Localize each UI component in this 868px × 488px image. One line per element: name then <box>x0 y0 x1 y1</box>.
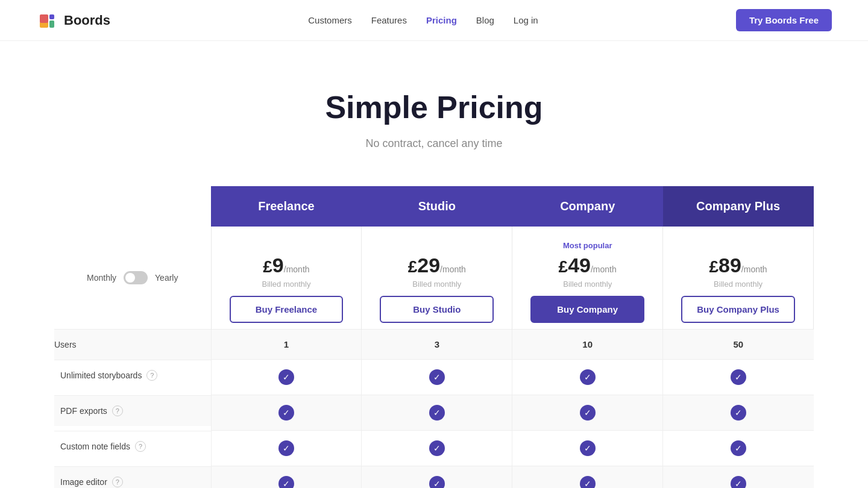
notes-label: Custom note fields ? <box>54 431 211 461</box>
image-editor-label: Image editor ? <box>54 466 211 489</box>
svg-rect-4 <box>49 20 54 28</box>
try-free-button[interactable]: Try Boords Free <box>736 9 832 31</box>
billing-toggle[interactable] <box>124 271 148 284</box>
hero-section: Simple Pricing No contract, cancel any t… <box>0 41 868 186</box>
check-icon: ✓ <box>429 440 445 456</box>
feature-row-notes: Custom note fields ? ✓ ✓ ✓ ✓ <box>54 431 814 466</box>
svg-rect-2 <box>40 14 48 23</box>
feature-row-image-editor: Image editor ? ✓ ✓ ✓ ✓ <box>54 466 814 489</box>
monthly-label: Monthly <box>87 273 116 283</box>
check-icon: ✓ <box>429 405 445 421</box>
check-icon: ✓ <box>278 476 294 488</box>
nav-features[interactable]: Features <box>371 15 407 25</box>
pricing-table: Freelance Studio Company Company Plus Mo… <box>54 186 814 488</box>
company-notes: ✓ <box>512 431 663 466</box>
freelance-users: 1 <box>211 330 362 360</box>
buy-company-button[interactable]: Buy Company <box>530 296 644 323</box>
freelance-image-editor: ✓ <box>211 466 362 489</box>
studio-storyboards: ✓ <box>362 360 512 395</box>
nav-login[interactable]: Log in <box>514 15 538 25</box>
studio-image-editor: ✓ <box>362 466 512 489</box>
check-icon: ✓ <box>731 405 746 421</box>
company-price-cell: Most popular £49/month Billed monthly Bu… <box>512 227 663 330</box>
company-plus-image-editor: ✓ <box>663 466 814 489</box>
plan-header-row: Freelance Studio Company Company Plus <box>54 186 814 227</box>
studio-users: 3 <box>362 330 512 360</box>
pdf-info-icon[interactable]: ? <box>112 405 123 416</box>
check-icon: ✓ <box>429 369 445 385</box>
studio-notes: ✓ <box>362 431 512 466</box>
logo-icon <box>36 10 58 31</box>
nav-links: Customers Features Pricing Blog Log in <box>308 15 538 26</box>
storyboards-info-icon[interactable]: ? <box>146 370 157 381</box>
check-icon: ✓ <box>580 440 596 456</box>
studio-price-cell: placeholder £29/month Billed monthly Buy… <box>362 227 512 330</box>
users-feature-row: Users 1 3 10 50 <box>54 330 814 360</box>
freelance-notes: ✓ <box>211 431 362 466</box>
company-plus-price-cell: placeholder £89/month Billed monthly Buy… <box>663 227 814 330</box>
storyboards-label: Unlimited storyboards ? <box>54 360 211 390</box>
company-billed: Billed monthly <box>518 280 656 289</box>
navbar: Boords Customers Features Pricing Blog L… <box>0 0 868 41</box>
company-plus-pdf: ✓ <box>663 395 814 431</box>
studio-pdf: ✓ <box>362 395 512 431</box>
freelance-price-cell: placeholder £9/month Billed monthly Buy … <box>211 227 362 330</box>
nav-blog[interactable]: Blog <box>476 15 494 25</box>
buy-freelance-button[interactable]: Buy Freelance <box>230 296 344 323</box>
yearly-label: Yearly <box>155 273 178 283</box>
users-label: Users <box>54 330 211 360</box>
studio-billed: Billed monthly <box>368 280 506 289</box>
check-icon: ✓ <box>278 369 294 385</box>
nav-pricing[interactable]: Pricing <box>426 15 457 25</box>
plan-header-freelance: Freelance <box>211 186 362 227</box>
buy-studio-button[interactable]: Buy Studio <box>380 296 494 323</box>
svg-rect-3 <box>49 14 54 19</box>
company-popular: Most popular <box>518 241 656 250</box>
logo[interactable]: Boords <box>36 10 110 31</box>
nav-right: Try Boords Free <box>736 9 832 31</box>
check-icon: ✓ <box>731 476 746 488</box>
check-icon: ✓ <box>580 369 596 385</box>
studio-price-amount: £29/month <box>368 254 506 277</box>
company-users: 10 <box>512 330 663 360</box>
freelance-price-amount: £9/month <box>218 254 356 277</box>
company-plus-users: 50 <box>663 330 814 360</box>
feature-row-storyboards: Unlimited storyboards ? ✓ ✓ ✓ ✓ <box>54 360 814 395</box>
feature-row-pdf: PDF exports ? ✓ ✓ ✓ ✓ <box>54 395 814 431</box>
company-pdf: ✓ <box>512 395 663 431</box>
pdf-label: PDF exports ? <box>54 395 211 426</box>
logo-text: Boords <box>64 13 110 28</box>
plan-header-studio: Studio <box>362 186 512 227</box>
company-plus-storyboards: ✓ <box>663 360 814 395</box>
hero-title: Simple Pricing <box>12 89 856 125</box>
check-icon: ✓ <box>580 476 596 488</box>
plan-header-company: Company <box>512 186 663 227</box>
image-editor-info-icon[interactable]: ? <box>112 477 123 487</box>
company-image-editor: ✓ <box>512 466 663 489</box>
hero-subtitle: No contract, cancel any time <box>12 137 856 150</box>
freelance-pdf: ✓ <box>211 395 362 431</box>
empty-header <box>54 186 211 227</box>
plan-header-company-plus: Company Plus <box>663 186 814 227</box>
check-icon: ✓ <box>731 440 746 456</box>
company-plus-notes: ✓ <box>663 431 814 466</box>
company-plus-billed: Billed monthly <box>669 280 807 289</box>
price-row: Monthly Yearly placeholder £9/month Bill… <box>54 227 814 330</box>
pricing-wrapper: Freelance Studio Company Company Plus Mo… <box>18 186 850 488</box>
company-price-amount: £49/month <box>518 254 656 277</box>
company-storyboards: ✓ <box>512 360 663 395</box>
nav-customers[interactable]: Customers <box>308 15 352 25</box>
check-icon: ✓ <box>429 476 445 488</box>
check-icon: ✓ <box>278 405 294 421</box>
billing-toggle-wrapper: Monthly Yearly <box>54 271 211 284</box>
check-icon: ✓ <box>731 369 746 385</box>
toggle-cell: Monthly Yearly <box>54 227 211 330</box>
check-icon: ✓ <box>580 405 596 421</box>
company-plus-price-amount: £89/month <box>669 254 807 277</box>
freelance-storyboards: ✓ <box>211 360 362 395</box>
freelance-billed: Billed monthly <box>218 280 356 289</box>
notes-info-icon[interactable]: ? <box>135 441 146 452</box>
buy-company-plus-button[interactable]: Buy Company Plus <box>681 296 795 323</box>
check-icon: ✓ <box>278 440 294 456</box>
